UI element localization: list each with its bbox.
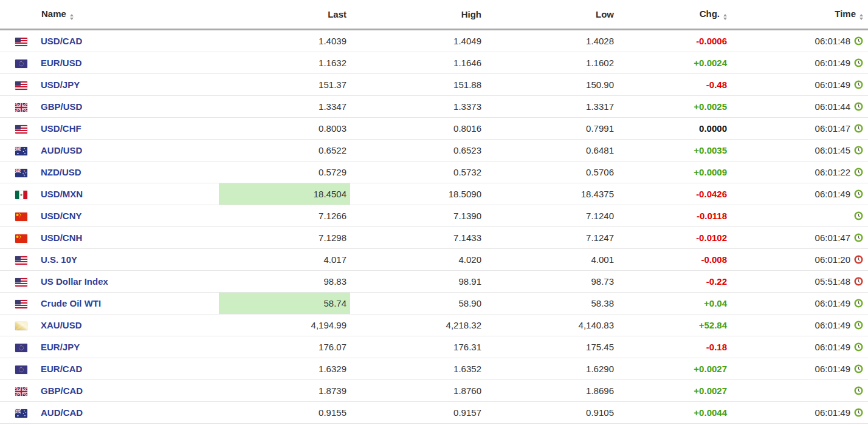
last-cell: 4,194.99 [219, 314, 350, 336]
table-row: GBP/CAD 1.8739 1.8760 1.8696 +0.0027 [0, 380, 868, 402]
time-text: 06:01:49 [815, 342, 850, 352]
time-cell: 06:01:48 [731, 30, 868, 52]
table-row: XAU/USD 4,194.99 4,218.32 4,140.83 +52.8… [0, 314, 868, 336]
column-header-name[interactable]: Name [0, 0, 219, 30]
last-cell: 0.8003 [219, 118, 350, 140]
time-cell [731, 380, 868, 402]
time-text: 06:01:47 [815, 123, 850, 134]
flag-nz-icon [15, 169, 27, 177]
time-cell: 06:01:49 [731, 402, 868, 424]
chg-cell: +0.04 [618, 293, 731, 314]
clock-green-icon [854, 58, 863, 67]
instrument-link[interactable]: XAU/USD [41, 320, 82, 330]
column-header-chg[interactable]: Chg. [618, 0, 731, 30]
time-text: 06:01:22 [815, 167, 850, 177]
high-cell: 0.8016 [350, 118, 485, 140]
clock-green-icon [854, 321, 863, 330]
last-cell: 0.6522 [219, 140, 350, 162]
time-text: 06:01:49 [815, 298, 850, 308]
last-cell: 98.83 [219, 271, 350, 293]
flag-gold-icon [15, 322, 27, 330]
instrument-link[interactable]: U.S. 10Y [41, 254, 77, 265]
instrument-link[interactable]: USD/JPY [41, 80, 80, 90]
flag-us-icon [15, 256, 27, 265]
table-row: EUR/CAD 1.6329 1.6352 1.6290 +0.0027 06:… [0, 358, 868, 380]
time-text: 06:01:49 [815, 407, 850, 418]
column-header-time[interactable]: Time [731, 0, 868, 30]
table-row: Crude Oil WTI 58.74 58.90 58.38 +0.04 06… [0, 293, 868, 314]
time-cell: 06:01:49 [731, 358, 868, 380]
instrument-cell: XAU/USD [0, 314, 219, 336]
instrument-link[interactable]: USD/CAD [41, 36, 82, 46]
clock-green-icon [854, 168, 863, 177]
instrument-link[interactable]: AUD/CAD [41, 407, 83, 418]
clock-green-icon [854, 102, 863, 111]
instrument-cell: EUR/CAD [0, 358, 219, 380]
last-cell: 176.07 [219, 336, 350, 358]
low-cell: 98.73 [485, 271, 618, 293]
chg-cell: +0.0025 [618, 96, 731, 118]
clock-green-icon [854, 146, 863, 155]
clock-green-icon [854, 342, 863, 352]
last-cell: 0.5729 [219, 162, 350, 183]
table-row: USD/CHF 0.8003 0.8016 0.7991 0.0000 06:0… [0, 118, 868, 140]
sort-icon[interactable] [723, 14, 727, 20]
instrument-link[interactable]: Crude Oil WTI [41, 298, 101, 308]
high-cell: 1.8760 [350, 380, 485, 402]
instrument-cell: USD/CNH [0, 227, 219, 249]
high-cell: 7.1390 [350, 205, 485, 227]
last-cell: 7.1298 [219, 227, 350, 249]
high-cell: 4.020 [350, 249, 485, 271]
time-cell [731, 205, 868, 227]
instrument-link[interactable]: USD/CNH [41, 233, 82, 243]
instrument-link[interactable]: USD/CHF [41, 123, 81, 134]
clock-red-icon [854, 277, 863, 286]
time-text: 06:01:48 [815, 36, 850, 46]
column-header-low-label: Low [596, 9, 614, 19]
sort-icon[interactable] [859, 14, 863, 20]
instrument-cell: US Dollar Index [0, 271, 219, 293]
low-cell: 0.6481 [485, 140, 618, 162]
instrument-link[interactable]: USD/MXN [41, 189, 83, 199]
time-text: 06:01:47 [815, 233, 850, 243]
last-cell: 1.3347 [219, 96, 350, 118]
instrument-link[interactable]: NZD/USD [41, 167, 81, 177]
low-cell: 1.6290 [485, 358, 618, 380]
last-cell: 0.9155 [219, 402, 350, 424]
time-cell: 06:01:22 [731, 162, 868, 183]
low-cell: 18.4375 [485, 183, 618, 205]
clock-green-icon [854, 36, 863, 46]
last-cell: 7.1266 [219, 205, 350, 227]
time-text: 05:51:48 [815, 276, 850, 287]
time-text: 06:01:44 [815, 101, 850, 112]
flag-cn-icon [15, 212, 27, 221]
high-cell: 58.90 [350, 293, 485, 314]
instrument-link[interactable]: EUR/CAD [41, 364, 82, 374]
time-cell: 06:01:47 [731, 227, 868, 249]
instrument-link[interactable]: US Dollar Index [41, 276, 108, 287]
low-cell: 7.1240 [485, 205, 618, 227]
flag-us-icon [15, 278, 27, 287]
table-row: AUD/CAD 0.9155 0.9157 0.9105 +0.0044 06:… [0, 402, 868, 424]
instrument-link[interactable]: AUD/USD [41, 145, 82, 155]
instrument-link[interactable]: EUR/JPY [41, 342, 80, 352]
time-cell: 06:01:47 [731, 118, 868, 140]
instrument-link[interactable]: USD/CNY [41, 211, 82, 221]
table-row: USD/CNY 7.1266 7.1390 7.1240 -0.0118 [0, 205, 868, 227]
instrument-link[interactable]: GBP/CAD [41, 386, 83, 396]
chg-cell: -0.22 [618, 271, 731, 293]
instrument-link[interactable]: GBP/USD [41, 101, 82, 112]
low-cell: 4,140.83 [485, 314, 618, 336]
table-row: USD/MXN 18.4504 18.5090 18.4375 -0.0426 … [0, 183, 868, 205]
high-cell: 0.6523 [350, 140, 485, 162]
sort-icon[interactable] [70, 14, 74, 20]
time-text: 06:01:49 [815, 80, 850, 90]
time-cell: 06:01:49 [731, 183, 868, 205]
table-row: USD/CAD 1.4039 1.4049 1.4028 -0.0006 06:… [0, 30, 868, 52]
clock-red-icon [854, 255, 863, 264]
time-text: 06:01:49 [815, 364, 850, 374]
table-row: NZD/USD 0.5729 0.5732 0.5706 +0.0009 06:… [0, 162, 868, 183]
instrument-link[interactable]: EUR/USD [41, 58, 82, 68]
low-cell: 4.001 [485, 249, 618, 271]
time-cell: 06:01:45 [731, 140, 868, 162]
